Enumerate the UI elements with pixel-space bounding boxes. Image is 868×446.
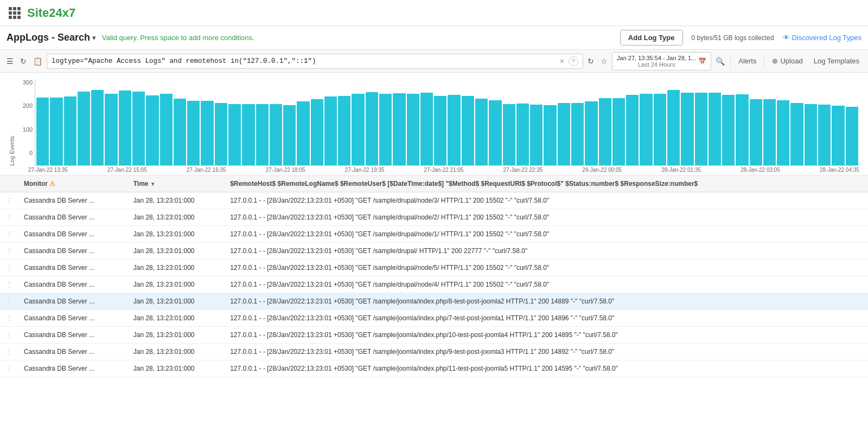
table-row[interactable]: ⋮Cassandra DB Server ...Jan 28, 13:23:01… [0,293,868,310]
chart-bar [695,93,707,165]
chart-bar [654,94,666,165]
time-sort-icon[interactable]: ▼ [150,181,156,187]
drag-handle[interactable]: ⋮ [0,360,18,377]
chart-bar [462,96,474,165]
chart-bar [516,104,529,165]
table-row[interactable]: ⋮Cassandra DB Server ...Jan 28, 13:23:01… [0,260,868,276]
chart-bar [420,93,433,165]
brand-logo: Site24x7 [27,6,75,20]
drag-handle[interactable]: ⋮ [0,260,18,276]
x-axis-label: 28-Jan-22 03:05 [741,167,780,173]
x-axis-label: 27-Jan-22 21:05 [424,167,464,173]
col-monitor-header[interactable]: Monitor ⚠ [18,176,128,192]
table-row[interactable]: ⋮Cassandra DB Server ...Jan 28, 13:23:01… [0,209,868,226]
table-row[interactable]: ⋮Cassandra DB Server ...Jan 28, 13:23:01… [0,327,868,344]
time-cell: Jan 28, 13:23:01:000 [128,260,225,276]
y-axis-0: 0 [17,150,33,156]
table-body: ⋮Cassandra DB Server ...Jan 28, 13:23:01… [0,192,868,377]
chart-bar [187,101,200,165]
chart-bar [626,95,639,165]
drag-handle[interactable]: ⋮ [0,293,18,310]
grid-menu-icon[interactable] [9,7,21,19]
log-cell: 127.0.0.1 - - [28/Jan/2022:13:23:01 +053… [225,226,868,243]
table-row[interactable]: ⋮Cassandra DB Server ...Jan 28, 13:23:01… [0,243,868,260]
search-button[interactable]: 🔍 [713,55,727,68]
chart-bar [736,94,748,165]
monitor-cell: Cassandra DB Server ... [18,360,128,377]
chart-bar [91,90,104,165]
table-row[interactable]: ⋮Cassandra DB Server ...Jan 28, 13:23:01… [0,192,868,209]
chart-bar [36,98,49,165]
chart-bar [530,105,542,165]
log-table-container: Monitor ⚠ Time ▼ $RemoteHost$ $RemoteLog… [0,176,868,377]
monitor-cell: Cassandra DB Server ... [18,344,128,360]
chart-bar [434,96,446,165]
drag-handle[interactable]: ⋮ [0,310,18,327]
alerts-button[interactable]: Alerts [734,55,761,67]
chart-bar [78,92,90,165]
chart-bar [709,93,721,165]
chart-bar [599,98,611,165]
main-toolbar: AppLogs - Search ▾ Valid query. Press sp… [0,26,868,50]
chart-bar [283,105,296,165]
time-cell: Jan 28, 13:23:01:000 [128,192,225,209]
chart-bar [228,104,241,165]
list-view-button[interactable]: ☰ [4,55,16,68]
time-cell: Jan 28, 13:23:01:000 [128,209,225,226]
col-time-header[interactable]: Time ▼ [128,176,225,192]
table-row[interactable]: ⋮Cassandra DB Server ...Jan 28, 13:23:01… [0,276,868,293]
log-cell: 127.0.0.1 - - [28/Jan/2022:13:23:01 +053… [225,209,868,226]
chart-bar [324,96,337,165]
chart-bar [667,90,680,165]
table-row[interactable]: ⋮Cassandra DB Server ...Jan 28, 13:23:01… [0,310,868,327]
valid-query-text: Valid query. Press space to add more con… [102,34,254,42]
x-axis-label: 27-Jan-22 19:35 [345,167,385,173]
history-button[interactable]: ↻ [18,55,29,68]
calendar-icon: 📅 [698,57,706,65]
time-cell: Jan 28, 13:23:01:000 [128,276,225,293]
drag-handle[interactable]: ⋮ [0,192,18,209]
star-button[interactable]: ☆ [598,55,610,68]
add-log-type-button[interactable]: Add Log Type [620,30,683,46]
drag-handle[interactable]: ⋮ [0,276,18,293]
table-row[interactable]: ⋮Cassandra DB Server ...Jan 28, 13:23:01… [0,344,868,360]
chart-bar [805,104,817,165]
clipboard-button[interactable]: 📋 [31,55,44,68]
refresh-button[interactable]: ↻ [585,55,596,68]
clear-query-button[interactable]: ✕ [560,56,564,66]
discovered-log-types-link[interactable]: 👁 Discovered Log Types [783,34,861,42]
y-axis-300: 300 [17,79,33,86]
chart-bar [64,96,76,165]
monitor-cell: Cassandra DB Server ... [18,243,128,260]
drag-handle[interactable]: ⋮ [0,344,18,360]
chart-bar [352,94,364,165]
monitor-cell: Cassandra DB Server ... [18,260,128,276]
log-templates-button[interactable]: Log Templates [809,55,864,67]
chart-bar [640,94,652,165]
log-cell: 127.0.0.1 - - [28/Jan/2022:13:23:01 +053… [225,327,868,344]
drag-handle[interactable]: ⋮ [0,226,18,243]
time-label: Time [133,180,149,188]
query-bar-right: ↻ ☆ Jan 27, 13:35:54 - Jan 28, 1... Last… [585,52,864,70]
discovered-label: Discovered Log Types [792,34,861,42]
chart-bar [379,94,392,165]
upload-button[interactable]: ⊕ Upload [768,55,807,67]
page-title-dropdown[interactable]: ▾ [92,34,95,42]
chart-bar [393,93,405,165]
y-axis-label: Log Events [9,79,15,166]
log-cell: 127.0.0.1 - - [28/Jan/2022:13:23:01 +053… [225,310,868,327]
upload-label: Upload [780,57,802,65]
drag-handle[interactable]: ⋮ [0,209,18,226]
date-range-button[interactable]: Jan 27, 13:35:54 - Jan 28, 1... Last 24 … [612,52,711,70]
drag-handle[interactable]: ⋮ [0,327,18,344]
drag-handle[interactable]: ⋮ [0,243,18,260]
chart-bar [160,94,173,165]
top-nav: Site24x7 [0,0,868,26]
chart-bar [763,99,776,165]
query-input-area[interactable]: logtype="Apache Access Logs" and remoteh… [47,54,583,69]
chart-bars [35,79,859,166]
log-cell: 127.0.0.1 - - [28/Jan/2022:13:23:01 +053… [225,192,868,209]
table-row[interactable]: ⋮Cassandra DB Server ...Jan 28, 13:23:01… [0,360,868,377]
help-button[interactable]: ? [569,56,578,66]
table-row[interactable]: ⋮Cassandra DB Server ...Jan 28, 13:23:01… [0,226,868,243]
